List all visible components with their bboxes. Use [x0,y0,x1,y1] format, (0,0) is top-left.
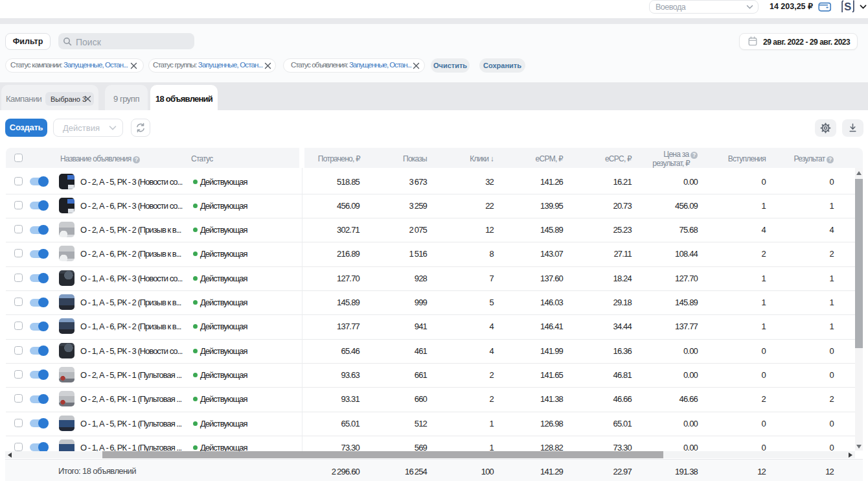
svg-text:S: S [844,1,851,12]
